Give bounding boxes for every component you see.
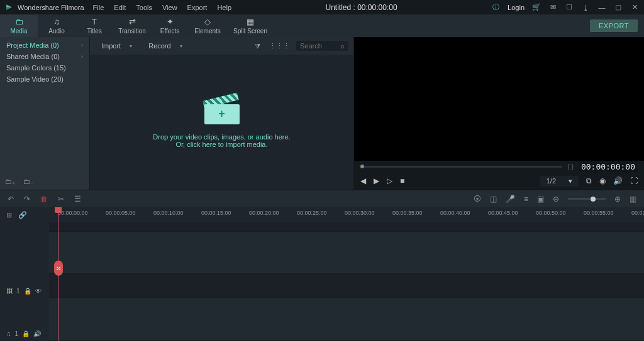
preview-viewport[interactable] [354, 37, 644, 161]
render-preview-icon[interactable]: ⦿ [474, 195, 481, 203]
tab-elements[interactable]: ◇Elements [189, 14, 226, 37]
display-settings-icon[interactable]: ⧉ [586, 176, 592, 185]
ruler-tick: 00:00:40:00 [440, 210, 470, 216]
delete-icon[interactable]: 🗑 [40, 195, 48, 203]
ruler-tick: 00:00:20:00 [249, 210, 279, 216]
menu-tools[interactable]: Tools [136, 4, 152, 11]
sidebar-item-sample-colors[interactable]: Sample Colors (15) [0, 62, 89, 73]
sidebar-item-sample-video[interactable]: Sample Video (20) [0, 73, 89, 85]
snapshot-icon[interactable]: ◉ [599, 176, 606, 185]
video-track[interactable]: ✕ [49, 231, 644, 274]
split-screen-icon: ▦ [247, 17, 254, 26]
menu-edit[interactable]: Edit [114, 4, 126, 11]
timeline: ⊞ 🔗 🖽 1 🔒 👁 ♫ 1 🔒 🔊 00:00:00:0000:00:05:… [0, 207, 644, 341]
ruler-tick: 00:00:15:00 [201, 210, 231, 216]
import-dropdown[interactable]: Import▾ [95, 40, 138, 51]
video-track-icon: 🖽 [6, 288, 13, 295]
titlebar: Wondershare Filmora File Edit Tools View… [0, 0, 644, 14]
drop-indicator-icon: ✕ [54, 261, 63, 276]
new-folder-icon[interactable]: 🗀₊ [5, 178, 16, 186]
main-menu: File Edit Tools View Export Help [93, 4, 231, 11]
video-track-header[interactable]: 🖽 1 🔒 👁 [0, 256, 49, 298]
chevron-down-icon: ▾ [180, 43, 182, 49]
next-frame-icon[interactable]: ▷ [387, 176, 392, 185]
ruler-tick: 00:00:45:00 [488, 210, 518, 216]
download-icon[interactable]: ⭳ [581, 3, 590, 12]
zoom-slider[interactable] [568, 198, 606, 200]
zoom-in-icon[interactable]: ⊕ [614, 195, 621, 203]
tab-titles[interactable]: TTitles [75, 14, 113, 37]
timeline-options-icon[interactable]: ▥ [630, 195, 636, 203]
media-drop-zone[interactable]: + Drop your video clips, images, or audi… [90, 55, 353, 190]
maximize-icon[interactable]: ▢ [614, 3, 623, 12]
login-button[interactable]: Login [508, 4, 525, 11]
lock-icon[interactable]: 🔒 [22, 330, 30, 337]
search-input[interactable] [300, 42, 336, 50]
tab-media[interactable]: 🗀Media [0, 14, 38, 37]
effects-icon: ✦ [167, 17, 174, 26]
app-logo-icon [5, 3, 14, 12]
voiceover-icon[interactable]: 🎤 [506, 195, 515, 203]
timeline-tracks[interactable]: 00:00:00:0000:00:05:0000:00:10:0000:00:1… [49, 207, 644, 341]
lock-icon[interactable]: 🔒 [24, 288, 31, 295]
quality-dropdown[interactable]: 1/2▾ [540, 176, 579, 187]
tab-effects[interactable]: ✦Effects [151, 14, 189, 37]
mute-icon[interactable]: 🔊 [33, 330, 41, 337]
elements-icon: ◇ [204, 17, 211, 26]
play-icon[interactable]: ▶ [374, 176, 379, 185]
grid-view-icon[interactable]: ⋮⋮⋮ [267, 42, 292, 50]
track-headers: ⊞ 🔗 🖽 1 🔒 👁 ♫ 1 🔒 🔊 [0, 207, 49, 341]
scrub-bar[interactable] [360, 166, 562, 168]
message-icon[interactable]: ✉ [548, 3, 557, 12]
media-browser: Import▾ Record▾ ⧩ ⋮⋮⋮ ⌕ + Drop your vide… [89, 37, 353, 190]
menu-view[interactable]: View [162, 4, 177, 11]
split-icon[interactable]: ✂ [58, 195, 64, 203]
menu-export[interactable]: Export [187, 4, 208, 11]
menu-help[interactable]: Help [217, 4, 231, 11]
export-button[interactable]: EXPORT [590, 19, 638, 32]
playhead[interactable] [58, 207, 58, 341]
info-icon[interactable]: ⓘ [491, 3, 500, 12]
marker-icon[interactable]: ◫ [490, 195, 497, 203]
fullscreen-icon[interactable]: ⛶ [630, 176, 638, 185]
timeline-settings-icon[interactable]: ⊞ [6, 211, 12, 219]
ruler-tick: 00:00:35:00 [392, 210, 423, 216]
media-sidebar: Project Media (0)› Shared Media (0)› Sam… [0, 37, 89, 190]
record-dropdown[interactable]: Record▾ [142, 40, 188, 51]
edit-icon[interactable]: ☰ [74, 195, 81, 203]
visibility-icon[interactable]: 👁 [35, 288, 42, 295]
close-icon[interactable]: ✕ [630, 3, 639, 12]
undo-icon[interactable]: ↶ [8, 195, 14, 203]
mixer-icon[interactable]: ≡ [524, 195, 528, 203]
menu-file[interactable]: File [93, 4, 104, 11]
search-box[interactable]: ⌕ [296, 41, 348, 51]
sidebar-item-shared-media[interactable]: Shared Media (0)› [0, 51, 89, 62]
audio-track-icon: ♫ [6, 330, 11, 337]
zoom-out-icon[interactable]: ⊖ [553, 195, 559, 203]
minimize-icon[interactable]: — [597, 3, 606, 12]
ruler-tick: 00:00:10:00 [153, 210, 184, 216]
sidebar-item-project-media[interactable]: Project Media (0)› [0, 40, 89, 51]
timeline-toolbar: ↶ ↷ 🗑 ✂ ☰ ⦿ ◫ 🎤 ≡ ▣ ⊖ ⊕ ▥ [0, 190, 644, 207]
crop-icon[interactable]: ▣ [537, 195, 544, 203]
link-icon[interactable]: 🔗 [18, 211, 27, 219]
audio-track[interactable] [49, 298, 644, 340]
chevron-down-icon: ▾ [569, 177, 572, 185]
prev-frame-icon[interactable]: ◀ [360, 176, 366, 185]
audio-track-header[interactable]: ♫ 1 🔒 🔊 [0, 298, 49, 341]
chevron-right-icon: › [81, 53, 83, 60]
redo-icon[interactable]: ↷ [24, 195, 30, 203]
filter-icon[interactable]: ⧩ [252, 42, 263, 50]
volume-icon[interactable]: 🔊 [613, 176, 623, 185]
delete-folder-icon[interactable]: 🗀₋ [23, 178, 34, 186]
in-out-marks: { } [567, 163, 573, 170]
project-title: Untitled : 00:00:00:00 [231, 3, 491, 12]
stop-icon[interactable]: ■ [400, 176, 404, 185]
cart-icon[interactable]: 🛒 [532, 3, 541, 12]
ruler-tick: 00:00:30:00 [345, 210, 375, 216]
tab-split-screen[interactable]: ▦Split Screen [226, 14, 274, 37]
timeline-ruler[interactable]: 00:00:00:0000:00:05:0000:00:10:0000:00:1… [49, 207, 644, 222]
tab-transition[interactable]: ⇄Transition [113, 14, 151, 37]
mail-icon[interactable]: ☐ [565, 3, 574, 12]
tab-audio[interactable]: ♫Audio [38, 14, 75, 37]
